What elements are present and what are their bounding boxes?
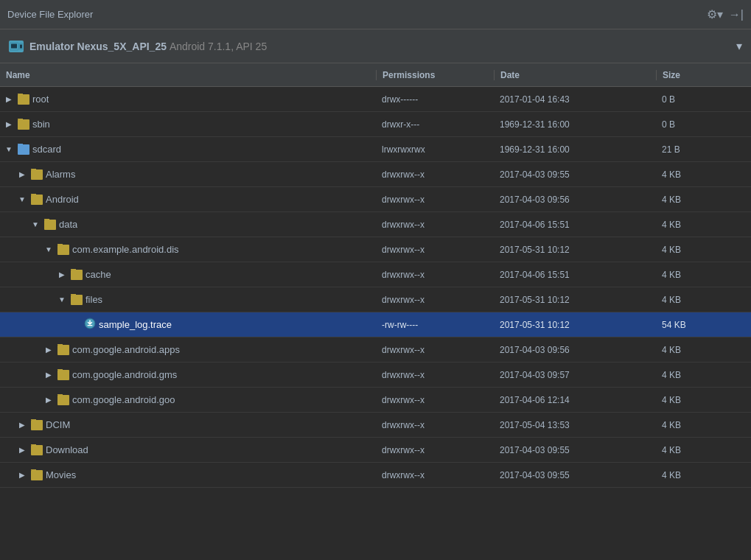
date-cell: 2017-04-03 09:56 [494, 345, 656, 355]
permissions-cell: drwxrwx--x [376, 245, 494, 255]
folder-icon [71, 295, 83, 305]
file-row[interactable]: ▼datadrwxrwx--x2017-04-06 15:514 KB [0, 212, 751, 237]
expand-icon[interactable]: ▶ [16, 419, 28, 431]
file-name-label: sample_log.trace [99, 319, 172, 330]
file-row[interactable]: ▶DCIMdrwxrwx--x2017-05-04 13:534 KB [0, 413, 751, 438]
permissions-cell: drwxrwx--x [376, 195, 494, 205]
expand-icon[interactable]: ▶ [16, 469, 28, 481]
permissions-cell: drwxrwx--x [376, 345, 494, 355]
expand-icon[interactable]: ▶ [43, 394, 55, 406]
date-cell: 2017-04-03 09:56 [494, 195, 656, 205]
folder-icon [31, 195, 43, 205]
device-icon [9, 41, 24, 52]
size-cell: 0 B [656, 94, 744, 105]
file-row[interactable]: ▶Alarmsdrwxrwx--x2017-04-03 09:554 KB [0, 162, 751, 187]
file-name-cell: ▶DCIM [0, 419, 376, 431]
file-name-label: Download [46, 444, 88, 455]
file-name-cell: ▼files [0, 294, 376, 306]
file-row[interactable]: ▶Moviesdrwxrwx--x2017-04-03 09:554 KB [0, 463, 751, 488]
col-name-header: Name [0, 70, 376, 80]
file-name-label: com.google.android.gms [72, 369, 177, 380]
file-row[interactable]: ▼Androiddrwxrwx--x2017-04-03 09:564 KB [0, 187, 751, 212]
expand-icon[interactable]: ▶ [16, 444, 28, 456]
folder-icon [57, 370, 69, 380]
settings-icon[interactable]: ⚙▾ [707, 7, 723, 21]
permissions-cell: drwxr-x--- [376, 119, 494, 130]
device-selector[interactable]: Emulator Nexus_5X_API_25 Android 7.1.1, … [0, 29, 751, 63]
folder-icon [31, 470, 43, 480]
file-row[interactable]: ▶com.google.android.appsdrwxrwx--x2017-0… [0, 337, 751, 363]
date-cell: 1969-12-31 16:00 [494, 144, 656, 155]
folder-icon [31, 445, 43, 455]
size-cell: 4 KB [656, 395, 744, 405]
file-name-label: DCIM [46, 419, 70, 430]
folder-icon [31, 420, 43, 430]
expand-icon[interactable]: ▶ [43, 369, 55, 381]
file-row[interactable]: ▶com.google.android.gmsdrwxrwx--x2017-04… [0, 363, 751, 388]
expand-icon[interactable]: ▶ [16, 169, 28, 181]
col-permissions-header: Permissions [376, 70, 494, 80]
title-bar: Device File Explorer ⚙▾ →| [0, 0, 751, 29]
file-name-label: Movies [46, 469, 76, 480]
size-cell: 0 B [656, 119, 744, 130]
file-name-label: cache [85, 269, 111, 280]
file-row[interactable]: sample_log.trace-rw-rw----2017-05-31 10:… [0, 312, 751, 337]
file-name-cell: ▼Android [0, 194, 376, 206]
file-row[interactable]: ▶Downloaddrwxrwx--x2017-04-03 09:554 KB [0, 438, 751, 463]
file-name-label: com.google.android.goo [72, 394, 175, 405]
file-row[interactable]: ▼filesdrwxrwx--x2017-05-31 10:124 KB [0, 287, 751, 312]
expand-icon[interactable]: ▼ [29, 219, 41, 231]
file-row[interactable]: ▼com.example.android.disdrwxrwx--x2017-0… [0, 237, 751, 262]
dropdown-arrow-icon[interactable]: ▾ [736, 39, 742, 53]
folder-icon [57, 245, 69, 255]
permissions-cell: drwxrwx--x [376, 220, 494, 230]
file-name-cell: ▶sbin [0, 119, 376, 130]
permissions-cell: drwxrwx--x [376, 395, 494, 405]
size-cell: 4 KB [656, 195, 744, 205]
expand-icon[interactable]: ▼ [16, 194, 28, 206]
expand-icon[interactable]: ▶ [3, 94, 15, 105]
date-cell: 2017-05-31 10:12 [494, 295, 656, 305]
expand-icon[interactable]: ▼ [43, 244, 55, 256]
date-cell: 2017-01-04 16:43 [494, 94, 656, 105]
size-cell: 4 KB [656, 345, 744, 355]
file-row[interactable]: ▶com.google.android.goodrwxrwx--x2017-04… [0, 388, 751, 413]
file-name-cell: sample_log.trace [0, 318, 376, 332]
folder-icon [71, 270, 83, 280]
file-name-label: root [32, 94, 49, 105]
folder-icon [18, 94, 29, 105]
file-list: ▶rootdrwx------2017-01-04 16:430 B▶sbind… [0, 87, 751, 560]
expand-icon[interactable]: ▼ [56, 294, 68, 306]
file-row[interactable]: ▶cachedrwxrwx--x2017-04-06 15:514 KB [0, 262, 751, 287]
date-cell: 2017-04-03 09:55 [494, 169, 656, 180]
expand-icon[interactable]: ▶ [56, 269, 68, 281]
permissions-cell: drwxrwx--x [376, 370, 494, 380]
device-name: Emulator Nexus_5X_API_25 Android 7.1.1, … [29, 41, 730, 52]
file-row[interactable]: ▼sdcardlrwxrwxrwx1969-12-31 16:0021 B [0, 137, 751, 162]
permissions-cell: -rw-rw---- [376, 320, 494, 330]
svg-rect-1 [11, 43, 17, 48]
file-row[interactable]: ▶sbindrwxr-x---1969-12-31 16:000 B [0, 112, 751, 137]
file-name-cell: ▼data [0, 219, 376, 231]
permissions-cell: drwxrwx--x [376, 445, 494, 455]
file-name-cell: ▼com.example.android.dis [0, 244, 376, 256]
file-name-cell: ▼sdcard [0, 144, 376, 155]
pin-icon[interactable]: →| [729, 8, 744, 21]
expand-icon[interactable] [69, 319, 81, 331]
expand-icon[interactable]: ▶ [3, 119, 15, 130]
date-cell: 2017-04-06 15:51 [494, 220, 656, 230]
expand-icon[interactable]: ▼ [3, 144, 15, 155]
size-cell: 21 B [656, 144, 744, 155]
file-name-cell: ▶Alarms [0, 169, 376, 181]
file-name-cell: ▶root [0, 94, 376, 105]
date-cell: 2017-05-31 10:12 [494, 320, 656, 330]
file-name-label: files [85, 294, 102, 305]
file-row[interactable]: ▶rootdrwx------2017-01-04 16:430 B [0, 87, 751, 112]
file-name-label: com.google.android.apps [72, 344, 180, 355]
file-name-label: sbin [32, 119, 50, 130]
folder-icon [57, 345, 69, 355]
expand-icon[interactable]: ▶ [43, 344, 55, 356]
date-cell: 2017-05-31 10:12 [494, 245, 656, 255]
file-name-label: sdcard [32, 144, 61, 155]
col-size-header: Size [656, 70, 744, 80]
